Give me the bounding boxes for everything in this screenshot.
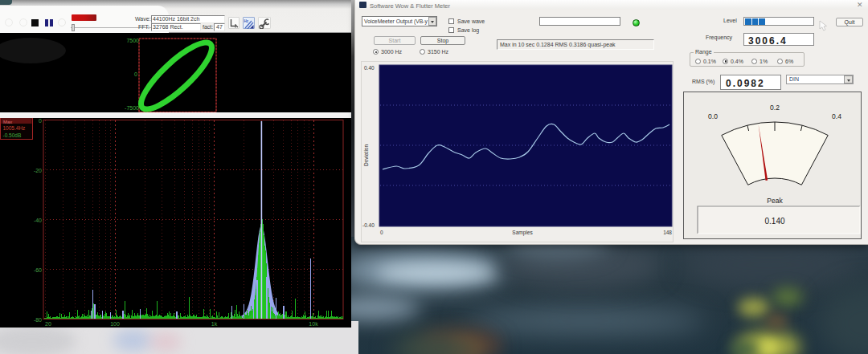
- svg-text:1k: 1k: [211, 321, 218, 327]
- svg-text:0.140: 0.140: [764, 217, 784, 226]
- svg-text:-40: -40: [34, 218, 42, 223]
- svg-text:10k: 10k: [309, 321, 318, 327]
- svg-text:148: 148: [663, 230, 672, 235]
- svg-text:0.2: 0.2: [770, 104, 780, 112]
- svg-text:0: 0: [39, 118, 42, 124]
- svg-text:-60: -60: [34, 267, 42, 273]
- svg-text:-0.50dB: -0.50dB: [3, 132, 22, 138]
- svg-text:Peak: Peak: [767, 197, 783, 205]
- svg-text:Samples: Samples: [512, 230, 533, 236]
- svg-text:0.4: 0.4: [832, 112, 841, 120]
- svg-text:Max: Max: [3, 120, 12, 124]
- svg-text:-80: -80: [34, 317, 42, 323]
- svg-text:1005.4Hz: 1005.4Hz: [3, 125, 26, 131]
- svg-text:100: 100: [110, 321, 120, 327]
- svg-text:-20: -20: [34, 168, 42, 173]
- svg-text:-0.40: -0.40: [362, 222, 375, 228]
- svg-text:0: 0: [380, 230, 383, 235]
- svg-text:0: 0: [134, 71, 137, 77]
- svg-text:0.0: 0.0: [708, 112, 718, 120]
- svg-text:0.40: 0.40: [364, 65, 375, 71]
- svg-text:7500: 7500: [126, 38, 139, 43]
- svg-text:-7500: -7500: [125, 105, 139, 111]
- svg-text:Hz: Hz: [244, 19, 249, 23]
- svg-text:20: 20: [45, 321, 51, 327]
- svg-text:Deviation: Deviation: [363, 144, 369, 166]
